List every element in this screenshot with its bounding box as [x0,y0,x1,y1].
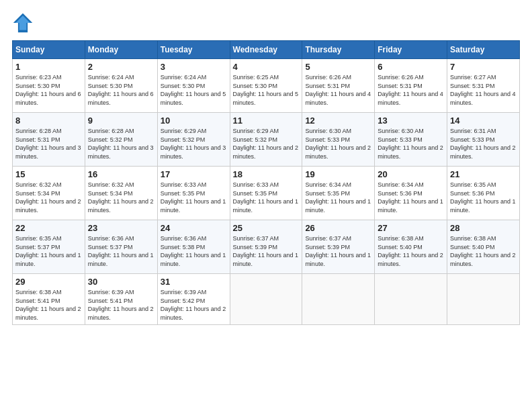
day-info: Sunrise: 6:37 AM Sunset: 5:39 PM Dayligh… [305,234,371,268]
day-number: 30 [88,277,154,287]
day-number: 24 [161,223,227,233]
calendar-cell: 12 Sunrise: 6:30 AM Sunset: 5:33 PM Dayl… [302,113,375,167]
day-number: 16 [88,169,154,179]
day-info: Sunrise: 6:24 AM Sunset: 5:30 PM Dayligh… [161,73,227,107]
logo [12,12,36,34]
day-number: 13 [378,116,444,126]
weekday-header: Wednesday [230,41,302,59]
day-number: 5 [305,62,371,72]
calendar-cell: 18 Sunrise: 6:33 AM Sunset: 5:35 PM Dayl… [230,167,302,220]
day-info: Sunrise: 6:34 AM Sunset: 5:36 PM Dayligh… [378,181,444,214]
calendar-cell: 31 Sunrise: 6:39 AM Sunset: 5:42 PM Dayl… [157,274,230,325]
weekday-header: Friday [375,41,447,59]
calendar-cell: 23 Sunrise: 6:36 AM Sunset: 5:37 PM Dayl… [85,220,157,274]
calendar-cell: 15 Sunrise: 6:32 AM Sunset: 5:34 PM Dayl… [13,167,85,220]
calendar-cell: 28 Sunrise: 6:38 AM Sunset: 5:40 PM Dayl… [447,220,520,274]
calendar-cell: 8 Sunrise: 6:28 AM Sunset: 5:31 PM Dayli… [13,113,85,167]
calendar-cell [447,274,520,325]
calendar-cell: 6 Sunrise: 6:26 AM Sunset: 5:31 PM Dayli… [375,59,447,113]
calendar-cell: 30 Sunrise: 6:39 AM Sunset: 5:41 PM Dayl… [85,274,157,325]
calendar-cell: 16 Sunrise: 6:32 AM Sunset: 5:34 PM Dayl… [85,167,157,220]
weekday-header: Thursday [302,41,375,59]
day-number: 18 [233,169,300,179]
day-info: Sunrise: 6:23 AM Sunset: 5:30 PM Dayligh… [15,73,82,107]
day-info: Sunrise: 6:24 AM Sunset: 5:30 PM Dayligh… [88,73,154,107]
calendar-cell: 1 Sunrise: 6:23 AM Sunset: 5:30 PM Dayli… [13,59,85,113]
day-number: 20 [378,169,444,179]
day-number: 6 [378,62,444,72]
day-info: Sunrise: 6:30 AM Sunset: 5:33 PM Dayligh… [378,127,444,161]
day-number: 2 [88,62,154,72]
day-number: 4 [233,62,300,72]
calendar-cell: 7 Sunrise: 6:27 AM Sunset: 5:31 PM Dayli… [447,59,520,113]
day-info: Sunrise: 6:28 AM Sunset: 5:32 PM Dayligh… [88,127,154,161]
day-number: 12 [305,116,371,126]
calendar-cell: 20 Sunrise: 6:34 AM Sunset: 5:36 PM Dayl… [375,167,447,220]
day-number: 1 [15,62,82,72]
day-number: 14 [450,116,517,126]
day-info: Sunrise: 6:32 AM Sunset: 5:34 PM Dayligh… [15,181,82,214]
day-number: 31 [161,277,227,287]
day-number: 22 [15,223,82,233]
day-info: Sunrise: 6:33 AM Sunset: 5:35 PM Dayligh… [233,181,300,214]
day-number: 29 [15,277,82,287]
calendar: SundayMondayTuesdayWednesdayThursdayFrid… [12,40,520,325]
calendar-cell: 29 Sunrise: 6:38 AM Sunset: 5:41 PM Dayl… [13,274,85,325]
day-number: 8 [15,116,82,126]
day-info: Sunrise: 6:38 AM Sunset: 5:40 PM Dayligh… [450,234,517,268]
calendar-cell: 21 Sunrise: 6:35 AM Sunset: 5:36 PM Dayl… [447,167,520,220]
day-info: Sunrise: 6:26 AM Sunset: 5:31 PM Dayligh… [305,73,371,107]
day-info: Sunrise: 6:36 AM Sunset: 5:37 PM Dayligh… [88,234,154,268]
day-info: Sunrise: 6:29 AM Sunset: 5:32 PM Dayligh… [233,127,300,161]
day-number: 25 [233,223,300,233]
calendar-cell: 19 Sunrise: 6:34 AM Sunset: 5:35 PM Dayl… [302,167,375,220]
day-number: 17 [161,169,227,179]
day-info: Sunrise: 6:27 AM Sunset: 5:31 PM Dayligh… [450,73,517,107]
day-number: 19 [305,169,371,179]
day-info: Sunrise: 6:36 AM Sunset: 5:38 PM Dayligh… [161,234,227,268]
calendar-cell: 2 Sunrise: 6:24 AM Sunset: 5:30 PM Dayli… [85,59,157,113]
day-number: 21 [450,169,517,179]
day-number: 9 [88,116,154,126]
calendar-cell: 9 Sunrise: 6:28 AM Sunset: 5:32 PM Dayli… [85,113,157,167]
calendar-cell [375,274,447,325]
day-info: Sunrise: 6:35 AM Sunset: 5:36 PM Dayligh… [450,181,517,214]
page: SundayMondayTuesdayWednesdayThursdayFrid… [0,0,532,411]
day-number: 10 [161,116,227,126]
day-info: Sunrise: 6:34 AM Sunset: 5:35 PM Dayligh… [305,181,371,214]
day-info: Sunrise: 6:25 AM Sunset: 5:30 PM Dayligh… [233,73,300,107]
day-info: Sunrise: 6:35 AM Sunset: 5:37 PM Dayligh… [15,234,82,268]
day-number: 28 [450,223,517,233]
svg-marker-1 [15,15,30,30]
calendar-cell: 25 Sunrise: 6:37 AM Sunset: 5:39 PM Dayl… [230,220,302,274]
calendar-cell: 14 Sunrise: 6:31 AM Sunset: 5:33 PM Dayl… [447,113,520,167]
day-info: Sunrise: 6:38 AM Sunset: 5:41 PM Dayligh… [15,288,82,322]
calendar-cell [302,274,375,325]
day-number: 23 [88,223,154,233]
day-info: Sunrise: 6:31 AM Sunset: 5:33 PM Dayligh… [450,127,517,161]
calendar-cell [230,274,302,325]
weekday-header: Monday [85,41,157,59]
logo-icon [12,12,34,34]
calendar-cell: 10 Sunrise: 6:29 AM Sunset: 5:32 PM Dayl… [157,113,230,167]
calendar-cell: 26 Sunrise: 6:37 AM Sunset: 5:39 PM Dayl… [302,220,375,274]
calendar-cell: 17 Sunrise: 6:33 AM Sunset: 5:35 PM Dayl… [157,167,230,220]
day-number: 26 [305,223,371,233]
calendar-cell: 27 Sunrise: 6:38 AM Sunset: 5:40 PM Dayl… [375,220,447,274]
weekday-header: Sunday [13,41,85,59]
day-number: 15 [15,169,82,179]
calendar-cell: 4 Sunrise: 6:25 AM Sunset: 5:30 PM Dayli… [230,59,302,113]
calendar-cell: 3 Sunrise: 6:24 AM Sunset: 5:30 PM Dayli… [157,59,230,113]
day-info: Sunrise: 6:28 AM Sunset: 5:31 PM Dayligh… [15,127,82,161]
day-info: Sunrise: 6:37 AM Sunset: 5:39 PM Dayligh… [233,234,300,268]
calendar-cell: 13 Sunrise: 6:30 AM Sunset: 5:33 PM Dayl… [375,113,447,167]
calendar-cell: 22 Sunrise: 6:35 AM Sunset: 5:37 PM Dayl… [13,220,85,274]
calendar-cell: 11 Sunrise: 6:29 AM Sunset: 5:32 PM Dayl… [230,113,302,167]
day-number: 11 [233,116,300,126]
weekday-header: Tuesday [157,41,230,59]
calendar-cell: 5 Sunrise: 6:26 AM Sunset: 5:31 PM Dayli… [302,59,375,113]
day-info: Sunrise: 6:26 AM Sunset: 5:31 PM Dayligh… [378,73,444,107]
day-info: Sunrise: 6:33 AM Sunset: 5:35 PM Dayligh… [161,181,227,214]
day-number: 7 [450,62,517,72]
day-info: Sunrise: 6:30 AM Sunset: 5:33 PM Dayligh… [305,127,371,161]
